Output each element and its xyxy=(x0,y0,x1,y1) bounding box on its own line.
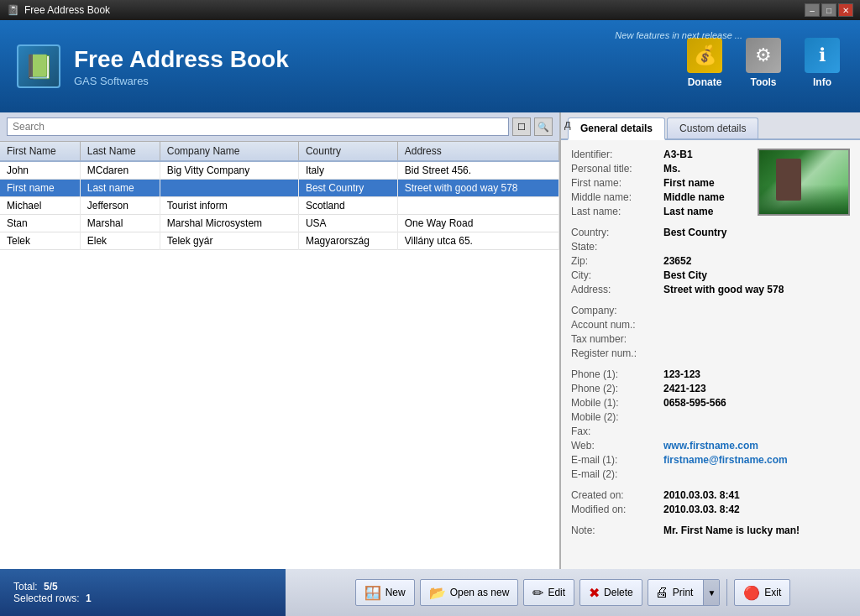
delete-button[interactable]: ✖ Delete xyxy=(579,579,642,606)
phone2-value: 2421-123 xyxy=(663,383,706,394)
address-value: Street with good way 578 xyxy=(663,284,784,295)
company-label: Company: xyxy=(571,305,663,316)
right-panel: д General details Custom details Identif… xyxy=(561,112,860,569)
col-first-name[interactable]: First Name xyxy=(0,142,80,161)
print-button[interactable]: 🖨 Print xyxy=(648,580,700,605)
search-clear-button[interactable]: ☐ xyxy=(512,117,531,136)
edit-label: Edit xyxy=(548,587,565,598)
titlebar: 📓 Free Address Book – □ ✕ xyxy=(0,0,860,20)
open-as-new-button[interactable]: 📂 Open as new xyxy=(420,579,519,606)
detail-mobile2: Mobile (2): xyxy=(571,411,850,423)
table-row[interactable]: StanMarshalMarshal MicrosystemUSAOne Way… xyxy=(0,215,559,232)
bottom-bar: Total: 5/5 Selected rows: 1 🪟 New 📂 Open… xyxy=(0,569,860,616)
total-status: Total: 5/5 xyxy=(13,581,272,593)
first-name-label: First name: xyxy=(571,177,663,189)
cell-company xyxy=(160,180,298,197)
cell-first_name: Michael xyxy=(0,197,80,215)
col-last-name[interactable]: Last Name xyxy=(80,142,160,161)
cell-last_name: Jefferson xyxy=(80,197,160,215)
modified-label: Modified on: xyxy=(571,504,663,515)
email1-value[interactable]: firstname@firstname.com xyxy=(663,454,788,466)
tools-button[interactable]: ⚙ Tools xyxy=(742,38,784,88)
detail-email1: E-mail (1): firstname@firstname.com xyxy=(571,454,850,466)
cell-company: Big Vitty Company xyxy=(160,161,298,180)
state-label: State: xyxy=(571,241,663,253)
detail-first-name: First name: First name xyxy=(571,177,749,189)
print-icon: 🖨 xyxy=(655,585,669,600)
last-name-value: Last name xyxy=(663,206,713,217)
left-panel: ☐ 🔍 First Name Last Name Company Name Co… xyxy=(0,112,561,569)
main-content: ☐ 🔍 First Name Last Name Company Name Co… xyxy=(0,112,860,569)
tab-custom[interactable]: Custom details xyxy=(667,117,758,138)
cell-last_name: Marshal xyxy=(80,215,160,232)
detail-modified: Modified on: 2010.03.03. 8:42 xyxy=(571,504,850,515)
fax-label: Fax: xyxy=(571,425,663,437)
tab-general[interactable]: General details xyxy=(568,117,665,140)
maximize-button[interactable]: □ xyxy=(821,3,836,17)
details-content: Identifier: A3-B1 Personal title: Ms. Fi… xyxy=(561,140,860,569)
edit-button[interactable]: ✏ Edit xyxy=(523,579,574,606)
table-body: JohnMCdarenBig Vitty CompanyItalyBid Str… xyxy=(0,161,559,250)
web-label: Web: xyxy=(571,440,663,452)
note-value: Mr. First Name is lucky man! xyxy=(663,525,800,536)
table-row[interactable]: First nameLast nameBest CountryStreet wi… xyxy=(0,180,559,197)
print-label: Print xyxy=(673,587,694,598)
search-input[interactable] xyxy=(7,117,509,136)
col-country[interactable]: Country xyxy=(298,142,397,161)
header-buttons: 💰 Donate ⚙ Tools ℹ Info xyxy=(684,38,843,95)
mobile2-label: Mobile (2): xyxy=(571,411,663,423)
col-company[interactable]: Company Name xyxy=(160,142,298,161)
detail-fax: Fax: xyxy=(571,425,850,437)
tools-icon: ⚙ xyxy=(746,38,781,73)
cell-address: Street with good way 578 xyxy=(397,180,558,197)
email2-label: E-mail (2): xyxy=(571,468,663,480)
app-title: Free Address Book xyxy=(74,46,684,73)
donate-button[interactable]: 💰 Donate xyxy=(684,38,726,88)
detail-phone1: Phone (1): 123-123 xyxy=(571,368,850,380)
note-label: Note: xyxy=(571,525,663,536)
detail-company: Company: xyxy=(571,305,850,316)
info-label: Info xyxy=(813,76,831,88)
app-subtitle: GAS Softwares xyxy=(74,75,684,87)
detail-register-num: Register num.: xyxy=(571,347,850,359)
cell-first_name: First name xyxy=(0,180,80,197)
photo-image xyxy=(759,150,848,214)
first-name-value: First name xyxy=(663,177,715,189)
last-name-label: Last name: xyxy=(571,206,663,217)
detail-zip: Zip: 23652 xyxy=(571,255,850,267)
selected-label: Selected rows: xyxy=(13,593,80,604)
new-button[interactable]: 🪟 New xyxy=(355,579,415,606)
address-label: Address: xyxy=(571,284,663,295)
minimize-button[interactable]: – xyxy=(805,3,820,17)
header-notice: New features in next release ... xyxy=(615,30,742,40)
web-value[interactable]: www.firstname.com xyxy=(663,440,758,452)
print-dropdown-arrow[interactable]: ▼ xyxy=(703,580,719,605)
info-button[interactable]: ℹ Info xyxy=(801,38,843,88)
table-row[interactable]: TelekElekTelek gyárMagyarországVillány u… xyxy=(0,232,559,250)
open-as-new-icon: 📂 xyxy=(429,585,446,601)
open-as-new-label: Open as new xyxy=(450,587,510,598)
table-row[interactable]: JohnMCdarenBig Vitty CompanyItalyBid Str… xyxy=(0,161,559,180)
close-button[interactable]: ✕ xyxy=(838,3,853,17)
created-label: Created on: xyxy=(571,489,663,501)
cell-address: One Way Road xyxy=(397,215,558,232)
city-value: Best City xyxy=(663,269,707,281)
selected-status: Selected rows: 1 xyxy=(13,593,272,604)
search-submit-button[interactable]: 🔍 xyxy=(534,117,553,136)
cell-country: Magyarország xyxy=(298,232,397,250)
app-icon-small: 📓 xyxy=(7,4,19,16)
zip-value: 23652 xyxy=(663,255,691,267)
info-icon: ℹ xyxy=(805,38,840,73)
middle-name-value: Middle name xyxy=(663,191,725,203)
exit-button[interactable]: 🔴 Exit xyxy=(734,579,790,606)
cell-last_name: MCdaren xyxy=(80,161,160,180)
email1-label: E-mail (1): xyxy=(571,454,663,466)
contact-photo[interactable] xyxy=(758,149,850,216)
cell-address: Villány utca 65. xyxy=(397,232,558,250)
new-icon: 🪟 xyxy=(364,585,381,601)
cell-last_name: Elek xyxy=(80,232,160,250)
mobile1-value: 0658-595-566 xyxy=(663,397,726,409)
table-row[interactable]: MichaelJeffersonTourist informScotland xyxy=(0,197,559,215)
col-address[interactable]: Address xyxy=(397,142,558,161)
toolbar: 🪟 New 📂 Open as new ✏ Edit ✖ Delete 🖨 Pr… xyxy=(286,569,860,616)
